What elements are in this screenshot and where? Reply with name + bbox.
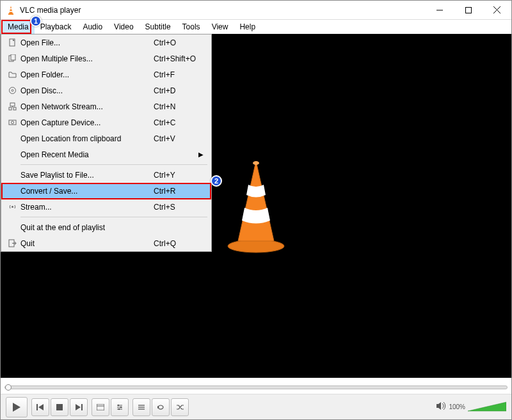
- media-dropdown-menu: Open File...Ctrl+OOpen Multiple Files...…: [1, 34, 212, 252]
- svg-point-21: [11, 121, 13, 124]
- folder-icon: [5, 70, 19, 79]
- menu-item-open-capture-device[interactable]: Open Capture Device...Ctrl+C: [1, 114, 211, 130]
- svg-rect-30: [81, 404, 83, 410]
- menu-item-open-folder[interactable]: Open Folder...Ctrl+F: [1, 66, 211, 82]
- volume-control[interactable]: 100%: [436, 401, 506, 414]
- svg-marker-0: [9, 6, 13, 14]
- svg-rect-16: [10, 103, 15, 106]
- menu-item-label: Open Folder...: [19, 70, 154, 79]
- svg-marker-27: [38, 404, 44, 410]
- menu-item-convert-save[interactable]: Convert / Save...Ctrl+R: [1, 183, 211, 199]
- menu-item-open-file[interactable]: Open File...Ctrl+O: [1, 35, 211, 51]
- menu-item-open-location-from-clipboard[interactable]: Open Location from clipboardCtrl+V: [1, 130, 211, 146]
- file-icon: [5, 38, 19, 47]
- menu-item-label: Open Capture Device...: [19, 118, 154, 127]
- svg-rect-26: [36, 404, 38, 410]
- svg-rect-5: [465, 7, 471, 13]
- play-button[interactable]: [6, 397, 28, 417]
- svg-marker-29: [76, 404, 81, 410]
- network-icon: [5, 102, 19, 111]
- close-button[interactable]: [483, 1, 511, 19]
- menu-audio[interactable]: Audio: [77, 20, 108, 34]
- window-title: VLC media player: [20, 6, 425, 15]
- stream-icon: [5, 203, 19, 211]
- fullscreen-button[interactable]: [92, 398, 109, 416]
- svg-marker-44: [468, 402, 506, 411]
- svg-rect-28: [56, 404, 63, 410]
- svg-rect-31: [97, 404, 104, 410]
- speaker-icon[interactable]: [436, 401, 446, 413]
- svg-point-37: [120, 406, 122, 408]
- svg-marker-43: [436, 402, 441, 410]
- menu-item-shortcut: Ctrl+R: [154, 187, 205, 196]
- volume-slider[interactable]: [468, 401, 506, 414]
- menu-playback[interactable]: Playback: [35, 20, 77, 34]
- menu-item-label: Open Disc...: [19, 86, 154, 95]
- files-icon: [5, 54, 19, 63]
- menu-help[interactable]: Help: [234, 20, 261, 34]
- menu-item-label: Open Location from clipboard: [19, 134, 154, 143]
- minimize-button[interactable]: [425, 1, 454, 19]
- svg-point-22: [12, 206, 13, 208]
- quit-icon: [5, 239, 19, 247]
- menu-item-open-disc[interactable]: Open Disc...Ctrl+D: [1, 82, 211, 98]
- menu-item-shortcut: Ctrl+N: [154, 102, 205, 111]
- svg-point-15: [12, 89, 13, 91]
- svg-rect-2: [10, 11, 13, 12]
- menu-item-shortcut: Ctrl+Shift+O: [154, 54, 205, 63]
- menu-item-label: Stream...: [19, 203, 154, 212]
- volume-label: 100%: [449, 403, 465, 410]
- menu-item-open-recent-media[interactable]: Open Recent Media▶: [1, 146, 211, 162]
- menu-media[interactable]: Media: [2, 20, 35, 34]
- shuffle-button[interactable]: [171, 398, 189, 416]
- window-controls: [425, 1, 511, 19]
- menu-item-label: Open Multiple Files...: [19, 54, 154, 63]
- previous-button[interactable]: [31, 398, 49, 416]
- svg-point-8: [228, 240, 284, 253]
- menu-item-shortcut: Ctrl+Q: [154, 239, 205, 248]
- menu-item-label: Open Recent Media: [19, 150, 154, 159]
- seek-thumb[interactable]: [5, 384, 12, 391]
- menu-item-quit[interactable]: QuitCtrl+Q: [1, 235, 211, 251]
- svg-rect-17: [9, 107, 12, 110]
- svg-marker-25: [13, 403, 20, 412]
- menu-item-shortcut: Ctrl+C: [154, 118, 205, 127]
- menu-video[interactable]: Video: [108, 20, 139, 34]
- menu-item-open-multiple-files[interactable]: Open Multiple Files...Ctrl+Shift+O: [1, 51, 211, 66]
- svg-rect-1: [10, 8, 12, 10]
- menu-item-label: Convert / Save...: [19, 187, 154, 196]
- svg-rect-18: [13, 107, 16, 110]
- menu-separator: [20, 164, 207, 165]
- menu-view[interactable]: View: [206, 20, 234, 34]
- svg-rect-3: [8, 13, 13, 15]
- menu-tools[interactable]: Tools: [177, 20, 206, 34]
- disc-icon: [5, 86, 19, 95]
- capture-icon: [5, 118, 19, 127]
- vlc-app-icon: [6, 5, 16, 15]
- extended-settings-button[interactable]: [111, 398, 129, 416]
- playlist-button[interactable]: [132, 398, 150, 416]
- svg-rect-13: [11, 54, 15, 60]
- menu-subtitle[interactable]: Subtitle: [140, 20, 177, 34]
- menu-item-label: Save Playlist to File...: [19, 171, 154, 180]
- titlebar: VLC media player: [1, 1, 511, 20]
- vlc-cone-logo: [218, 158, 294, 254]
- menu-item-open-network-stream[interactable]: Open Network Stream...Ctrl+N: [1, 98, 211, 114]
- submenu-arrow-icon: ▶: [198, 151, 204, 158]
- loop-button[interactable]: [152, 398, 170, 416]
- maximize-button[interactable]: [454, 1, 483, 19]
- menu-item-label: Open File...: [19, 38, 154, 47]
- menu-item-shortcut: Ctrl+F: [154, 70, 205, 79]
- menu-separator: [20, 217, 207, 217]
- stop-button[interactable]: [51, 398, 68, 416]
- seek-bar[interactable]: [4, 382, 508, 393]
- next-button[interactable]: [70, 398, 88, 416]
- menu-item-quit-at-the-end-of-playlist[interactable]: Quit at the end of playlist: [1, 219, 211, 235]
- seek-track[interactable]: [4, 385, 508, 389]
- menu-item-shortcut: Ctrl+S: [154, 203, 205, 212]
- menu-item-shortcut: Ctrl+D: [154, 86, 205, 95]
- svg-point-14: [9, 88, 15, 94]
- menu-item-stream[interactable]: Stream...Ctrl+S: [1, 199, 211, 215]
- menu-item-save-playlist-to-file[interactable]: Save Playlist to File...Ctrl+Y: [1, 167, 211, 183]
- menu-item-label: Open Network Stream...: [19, 102, 154, 111]
